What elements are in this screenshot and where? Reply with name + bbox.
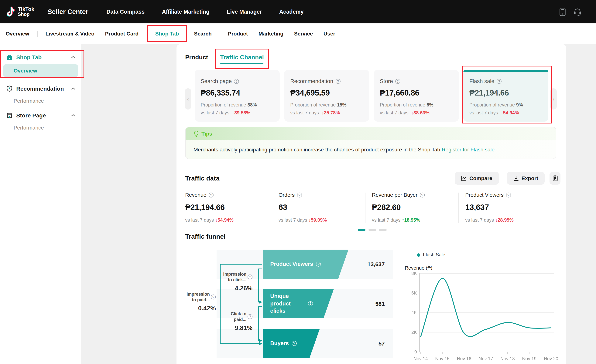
carousel-next-button[interactable]: › bbox=[550, 88, 557, 109]
sidebar-item-label: Store Page bbox=[16, 112, 68, 119]
metric-revenue-per-buyer: Revenue per Buyer ₱282.60 vs last 7 days… bbox=[372, 192, 455, 223]
topbar-item-live-manager[interactable]: Live Manager bbox=[227, 9, 262, 15]
nav-item-shop-tab[interactable]: Shop Tab bbox=[155, 31, 179, 37]
card-title: Recommendation bbox=[290, 78, 333, 84]
help-icon[interactable] bbox=[420, 192, 425, 197]
sidebar-item-store-page[interactable]: Store Page bbox=[0, 109, 81, 122]
help-icon[interactable] bbox=[308, 301, 313, 306]
shop-bag-icon bbox=[6, 54, 13, 61]
channel-card-recommendation[interactable]: Recommendation ₱34,695.59 Proportion of … bbox=[284, 70, 369, 122]
flash-sale-revenue-chart: Flash Sale Revenue (₱) 8K 6K 4K bbox=[402, 249, 558, 364]
report-button[interactable] bbox=[550, 172, 560, 185]
button-divider bbox=[502, 173, 503, 183]
svg-text:Nov 20: Nov 20 bbox=[544, 356, 558, 361]
svg-text:4K: 4K bbox=[411, 310, 417, 315]
nav-item-user[interactable]: User bbox=[323, 31, 335, 37]
compare-button[interactable]: Compare bbox=[455, 172, 499, 185]
export-label: Export bbox=[521, 175, 538, 181]
channel-card-flash-sale[interactable]: Flash sale ₱21,194.66 Proportion of reve… bbox=[463, 70, 548, 122]
register-flash-sale-link[interactable]: Register for Flash sale bbox=[442, 146, 494, 153]
nav-item-product-card[interactable]: Product Card bbox=[105, 31, 139, 37]
help-icon[interactable] bbox=[395, 79, 400, 84]
rate-impression-to-click: Impressionto click... 4.26% bbox=[222, 271, 253, 292]
tab-traffic-channel[interactable]: Traffic Channel bbox=[220, 54, 264, 61]
pagination-dash[interactable] bbox=[379, 229, 387, 231]
metrics-row: Revenue ₱21,194.66 vs last 7 days ↓54.94… bbox=[177, 192, 566, 224]
svg-text:6K: 6K bbox=[411, 290, 417, 295]
help-icon[interactable] bbox=[211, 295, 216, 300]
help-icon[interactable] bbox=[234, 79, 239, 84]
help-icon[interactable] bbox=[209, 192, 214, 197]
shield-star-icon bbox=[6, 85, 13, 92]
topbar-item-academy[interactable]: Academy bbox=[279, 9, 304, 15]
nav-item-service[interactable]: Service bbox=[294, 31, 313, 37]
metric-vs: vs last 7 days ↓54.94% bbox=[185, 218, 268, 223]
nav-item-product[interactable]: Product bbox=[228, 31, 248, 37]
rate-value: 9.81% bbox=[222, 324, 253, 332]
pagination-dash[interactable] bbox=[368, 229, 376, 231]
nav-divider bbox=[220, 31, 220, 36]
help-icon[interactable] bbox=[297, 192, 302, 197]
card-proportion: Proportion of revenue 15% bbox=[290, 102, 363, 108]
app-title: Seller Center bbox=[48, 8, 89, 16]
sidebar-item-label: Recommendation bbox=[16, 85, 68, 92]
traffic-funnel: Product Viewers Unique product clicks Bu… bbox=[216, 250, 393, 358]
sidebar-item-overview[interactable]: Overview bbox=[3, 64, 78, 77]
compare-chart-icon bbox=[461, 175, 467, 181]
metric-label: Orders bbox=[279, 192, 295, 198]
card-title: Search page bbox=[201, 78, 232, 84]
funnel-stage-label: Unique product clicks bbox=[270, 293, 305, 315]
svg-text:8K: 8K bbox=[411, 271, 417, 276]
export-button[interactable]: Export bbox=[507, 172, 545, 185]
channel-card-search-page[interactable]: Search page ₱86,335.74 Proportion of rev… bbox=[195, 70, 280, 122]
metric-label: Product Viewers bbox=[465, 192, 504, 198]
nav-item-marketing[interactable]: Marketing bbox=[259, 31, 283, 37]
metric-value: ₱282.60 bbox=[372, 203, 455, 212]
metric-vs: vs last 7 days ↓59.09% bbox=[279, 218, 362, 223]
funnel-value-product-viewers: 13,637 bbox=[355, 261, 385, 267]
help-icon[interactable] bbox=[292, 341, 297, 346]
help-icon[interactable] bbox=[335, 79, 340, 84]
flash-sale-trend-line bbox=[421, 278, 551, 337]
nav-item-livestream-video[interactable]: Livestream & Video bbox=[45, 31, 95, 37]
nav-divider bbox=[37, 31, 38, 36]
metric-value: 63 bbox=[279, 203, 362, 212]
svg-text:Nov 16: Nov 16 bbox=[457, 356, 471, 361]
help-icon[interactable] bbox=[247, 275, 253, 280]
sidebar-item-performance-store-page[interactable]: Performance bbox=[0, 122, 81, 134]
help-icon[interactable] bbox=[247, 314, 253, 319]
topbar-item-affiliate-marketing[interactable]: Affiliate Marketing bbox=[162, 9, 209, 15]
funnel-stage-unique-product-clicks: Unique product clicks bbox=[263, 289, 334, 318]
tab-product[interactable]: Product bbox=[185, 54, 208, 61]
metric-value: 13,637 bbox=[465, 203, 548, 212]
nav-item-search[interactable]: Search bbox=[194, 31, 212, 37]
metric-orders: Orders 63 vs last 7 days ↓59.09% bbox=[279, 192, 362, 223]
help-icon[interactable] bbox=[506, 192, 511, 197]
headset-support-icon[interactable] bbox=[573, 7, 582, 16]
help-icon[interactable] bbox=[316, 262, 321, 267]
brand-line1: TikTok bbox=[18, 7, 34, 12]
card-proportion: Proportion of revenue 8% bbox=[380, 102, 453, 108]
help-icon[interactable] bbox=[497, 79, 501, 84]
channel-card-store[interactable]: Store ₱17,660.86 Proportion of revenue 8… bbox=[374, 70, 459, 122]
metric-label: Revenue per Buyer bbox=[372, 192, 417, 198]
card-value: ₱86,335.74 bbox=[201, 88, 274, 97]
mobile-app-icon[interactable] bbox=[559, 7, 566, 16]
sidebar-item-performance-recommendation[interactable]: Performance bbox=[0, 95, 81, 107]
card-value: ₱21,194.66 bbox=[469, 88, 542, 97]
sidebar-item-shop-tab[interactable]: Shop Tab bbox=[0, 51, 81, 63]
metric-label: Revenue bbox=[185, 192, 206, 198]
topbar-item-data-compass[interactable]: Data Compass bbox=[107, 9, 145, 15]
pagination-dash-active[interactable] bbox=[358, 229, 365, 231]
sidebar-item-recommendation[interactable]: Recommendation bbox=[0, 82, 81, 95]
chevron-up-icon bbox=[71, 114, 75, 117]
card-value: ₱34,695.59 bbox=[290, 88, 363, 97]
funnel-value-buyers: 57 bbox=[355, 340, 385, 347]
chevron-up-icon bbox=[71, 56, 75, 58]
carousel-prev-button[interactable]: ‹ bbox=[185, 88, 191, 109]
metric-divider bbox=[365, 193, 365, 223]
card-vs: vs last 7 days ↓39.58% bbox=[201, 110, 274, 116]
tiktok-shop-logo[interactable]: TikTok Shop bbox=[5, 6, 34, 17]
nav-item-overview[interactable]: Overview bbox=[6, 31, 29, 37]
svg-text:0: 0 bbox=[414, 349, 417, 354]
